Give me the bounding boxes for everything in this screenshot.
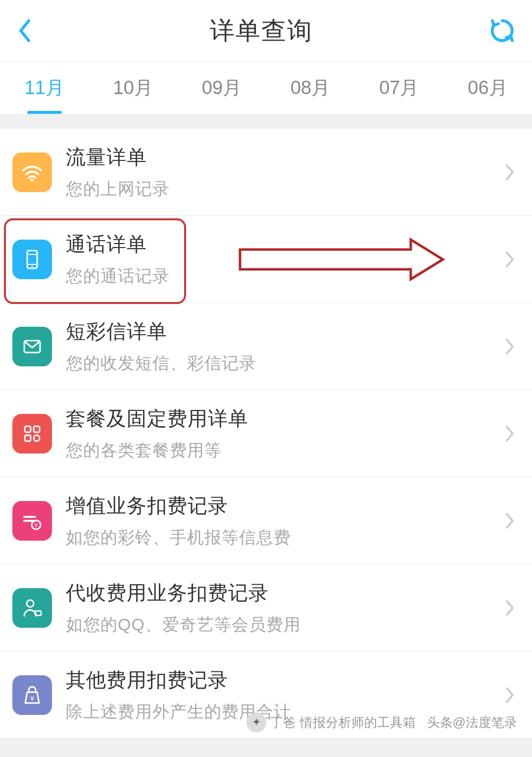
item-title: 通话详单	[66, 231, 505, 258]
chevron-right-icon	[505, 163, 515, 181]
list-item-value-added[interactable]: ¥ 增值业务扣费记录 如您的彩铃、手机报等信息费	[0, 477, 532, 564]
tab-month-08[interactable]: 08月	[266, 62, 355, 114]
page-title: 详单查询	[210, 14, 313, 48]
svg-point-14	[27, 600, 34, 607]
svg-rect-6	[25, 426, 31, 432]
chevron-right-icon	[505, 599, 515, 617]
list-item-call-records[interactable]: 通话详单 您的通话记录	[0, 216, 532, 303]
item-title: 代收费用业务扣费记录	[66, 579, 505, 606]
svg-point-0	[31, 179, 34, 182]
watermark-text-2: 头条@法度笔录	[427, 714, 517, 731]
tab-month-09[interactable]: 09月	[177, 62, 266, 114]
item-subtitle: 如您的QQ、爱奇艺等会员费用	[66, 613, 505, 636]
item-text: 短彩信详单 您的收发短信、彩信记录	[66, 318, 505, 375]
chevron-right-icon	[505, 512, 515, 530]
item-title: 短彩信详单	[66, 318, 505, 345]
tab-month-11[interactable]: 11月	[0, 62, 89, 114]
bag-icon: ¥	[12, 675, 52, 715]
phone-icon	[12, 240, 52, 279]
back-button[interactable]	[15, 16, 35, 46]
month-tabs: 11月 10月 09月 08月 07月 06月	[0, 62, 532, 114]
chevron-right-icon	[505, 686, 515, 704]
bill-list: 流量详单 您的上网记录 通话详单 您的通话记录 短彩信详单 您的收发短信、彩信记…	[0, 129, 532, 739]
list-item-package-fees[interactable]: 套餐及固定费用详单 您的各类套餐费用等	[0, 390, 532, 477]
refresh-icon	[488, 17, 516, 45]
card-icon: ¥	[12, 501, 52, 541]
item-text: 通话详单 您的通话记录	[66, 231, 505, 288]
item-subtitle: 如您的彩铃、手机报等信息费	[66, 526, 505, 549]
header: 详单查询	[0, 0, 532, 62]
tab-month-10[interactable]: 10月	[89, 62, 177, 114]
section-gap	[0, 114, 532, 129]
refresh-button[interactable]	[487, 16, 517, 46]
tab-month-06[interactable]: 06月	[443, 62, 532, 114]
list-item-sms-mms[interactable]: 短彩信详单 您的收发短信、彩信记录	[0, 303, 532, 390]
user-cart-icon	[12, 588, 52, 628]
svg-point-4	[32, 265, 33, 267]
tab-month-07[interactable]: 07月	[355, 62, 443, 114]
item-subtitle: 您的各类套餐费用等	[66, 439, 505, 462]
mail-icon	[12, 327, 52, 366]
item-text: 流量详单 您的上网记录	[66, 144, 505, 201]
wifi-icon	[12, 152, 52, 192]
item-subtitle: 您的收发短信、彩信记录	[66, 352, 505, 375]
item-text: 代收费用业务扣费记录 如您的QQ、爱奇艺等会员费用	[66, 579, 505, 636]
item-title: 流量详单	[66, 144, 505, 171]
svg-text:¥: ¥	[30, 695, 34, 702]
list-item-data-usage[interactable]: 流量详单 您的上网记录	[0, 129, 532, 216]
svg-rect-7	[34, 426, 40, 432]
watermark-text-1: 丁爸 情报分析师的工具箱	[270, 714, 415, 731]
item-title: 其他费用扣费记录	[66, 666, 505, 694]
chevron-right-icon	[505, 425, 515, 443]
item-subtitle: 您的上网记录	[66, 178, 505, 201]
item-text: 套餐及固定费用详单 您的各类套餐费用等	[66, 405, 505, 462]
wechat-avatar-icon: ✦	[246, 712, 266, 732]
grid-icon	[12, 414, 52, 454]
chevron-right-icon	[505, 338, 515, 355]
svg-rect-8	[25, 435, 31, 441]
svg-text:¥: ¥	[34, 522, 38, 528]
item-title: 增值业务扣费记录	[66, 492, 505, 519]
watermark: ✦ 丁爸 情报分析师的工具箱 头条@法度笔录	[246, 712, 517, 732]
list-item-collection-fees[interactable]: 代收费用业务扣费记录 如您的QQ、爱奇艺等会员费用	[0, 564, 532, 652]
svg-point-9	[34, 435, 40, 441]
chevron-left-icon	[18, 19, 32, 43]
item-subtitle: 您的通话记录	[66, 265, 505, 288]
item-title: 套餐及固定费用详单	[66, 405, 505, 432]
item-text: 增值业务扣费记录 如您的彩铃、手机报等信息费	[66, 492, 505, 549]
chevron-right-icon	[505, 251, 515, 268]
